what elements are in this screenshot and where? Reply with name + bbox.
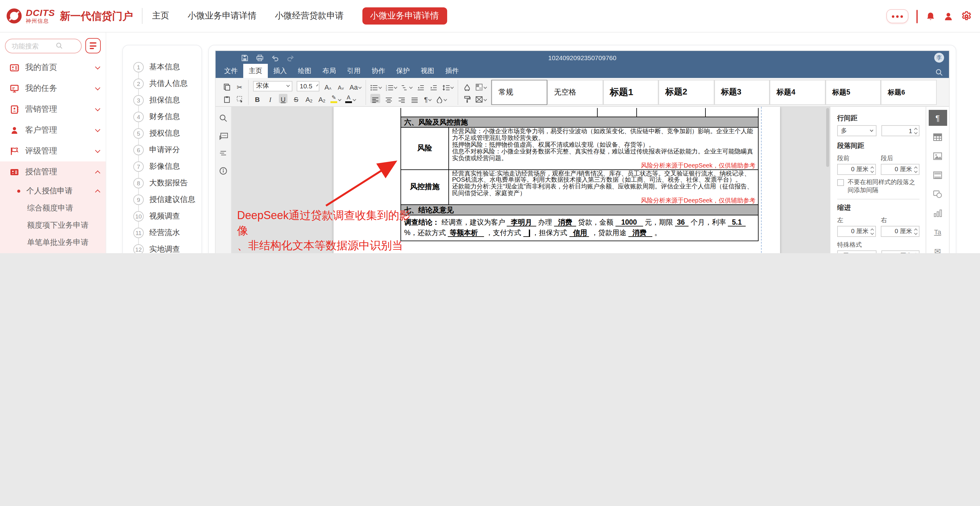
- special-amount-spinner[interactable]: 0 厘米: [881, 251, 920, 253]
- gear-icon[interactable]: [961, 11, 972, 22]
- headings-nav-icon[interactable]: [219, 151, 227, 157]
- function-search[interactable]: [5, 38, 82, 53]
- step-item[interactable]: 6 申请评分: [123, 142, 202, 158]
- editor-menu-tab[interactable]: 协作: [366, 64, 391, 78]
- justify-icon[interactable]: [410, 94, 419, 103]
- copy-icon[interactable]: [222, 81, 231, 90]
- style-chip[interactable]: 无空格: [547, 79, 603, 105]
- indent-right-spinner[interactable]: 0 厘米: [881, 226, 920, 237]
- comments-icon[interactable]: [219, 133, 228, 140]
- style-chip[interactable]: 标题5: [826, 79, 881, 105]
- sidebar-item-customer[interactable]: 客户管理: [0, 120, 106, 141]
- font-name-select[interactable]: 宋体: [253, 81, 293, 91]
- change-case-icon[interactable]: Aa: [350, 81, 361, 90]
- special-format-select[interactable]: (无): [837, 251, 877, 253]
- editor-menu-tab[interactable]: 插入: [268, 64, 293, 78]
- bullet-list-icon[interactable]: [371, 81, 382, 90]
- highlight-color-icon[interactable]: ✎: [331, 94, 341, 103]
- mail-merge-frame-icon[interactable]: [476, 94, 487, 103]
- style-chip[interactable]: 标题4: [770, 79, 826, 105]
- sidebar-subitem[interactable]: 小微经营贷款申请: [0, 251, 106, 253]
- editor-menu-tab[interactable]: 绘图: [293, 64, 317, 78]
- avatar[interactable]: 李: [934, 53, 944, 63]
- step-item[interactable]: 2 共借人信息: [123, 76, 202, 92]
- format-painter-icon[interactable]: [463, 94, 471, 103]
- page-color-icon[interactable]: [476, 81, 487, 90]
- cut-icon[interactable]: ✂: [235, 81, 244, 90]
- font-size-select[interactable]: 10.5: [297, 81, 320, 91]
- align-right-icon[interactable]: [398, 94, 406, 103]
- same-style-checkbox[interactable]: [837, 179, 844, 186]
- step-item[interactable]: 1 基本信息: [123, 59, 202, 76]
- step-item[interactable]: 9 授信建议信息: [123, 192, 202, 208]
- align-left-icon[interactable]: [371, 94, 380, 103]
- sidebar-item-credit-management[interactable]: 授信管理: [0, 162, 106, 182]
- step-item[interactable]: 8 大数据报告: [123, 175, 202, 192]
- subscript-icon[interactable]: A2: [318, 94, 326, 103]
- shading-icon[interactable]: [436, 94, 447, 103]
- step-item[interactable]: 10 视频调查: [123, 208, 202, 225]
- editor-menu-tab[interactable]: 主页: [243, 64, 268, 78]
- user-icon[interactable]: [943, 11, 953, 21]
- align-center-icon[interactable]: [385, 94, 393, 103]
- select-icon[interactable]: [235, 94, 244, 103]
- step-item[interactable]: 11 经营流水: [123, 225, 202, 241]
- nav-tab[interactable]: 小微业务申请详情: [188, 10, 256, 22]
- editor-menu-tab[interactable]: 保护: [391, 64, 415, 78]
- step-item[interactable]: 7 影像信息: [123, 158, 202, 175]
- paragraph-settings-tab[interactable]: ¶: [928, 110, 947, 126]
- italic-icon[interactable]: I: [266, 94, 275, 103]
- style-chip[interactable]: 标题2: [659, 79, 714, 105]
- editor-search-icon[interactable]: [935, 69, 943, 76]
- editor-menu-tab[interactable]: 文件: [219, 64, 243, 78]
- style-chip[interactable]: 标题6: [881, 79, 937, 105]
- grow-font-icon[interactable]: A˄: [324, 81, 332, 90]
- editor-menu-tab[interactable]: 引用: [342, 64, 366, 78]
- increase-indent-icon[interactable]: [430, 81, 438, 90]
- style-chip[interactable]: 标题1: [603, 79, 659, 105]
- step-item[interactable]: 5 授权信息: [123, 125, 202, 142]
- line-spacing-spinner[interactable]: 1: [881, 125, 920, 136]
- decrease-indent-icon[interactable]: [417, 81, 425, 90]
- editor-menu-tab[interactable]: 布局: [317, 64, 342, 78]
- step-item[interactable]: 12 实地调查: [123, 241, 202, 253]
- textart-settings-tab[interactable]: Ta: [928, 224, 947, 240]
- sidebar-subitem[interactable]: 单笔单批业务申请: [0, 234, 106, 251]
- sidebar-item-personal-credit[interactable]: 个人授信申请: [0, 182, 106, 200]
- find-icon[interactable]: [219, 114, 227, 122]
- nav-tab[interactable]: 主页: [152, 10, 169, 22]
- table-settings-tab[interactable]: [928, 129, 947, 145]
- document-canvas[interactable]: 六、风险及风控措施 风险 经营风险：小微企业市场竞争力弱，易受行业波动（如政策变…: [232, 107, 830, 253]
- sidebar-item-my-tasks[interactable]: 我的任务: [0, 78, 106, 99]
- conclusion-text[interactable]: 调查结论： 经调查，建议为客户 李明月 办理: [401, 216, 758, 241]
- step-item[interactable]: 3 担保信息: [123, 92, 202, 109]
- mail-merge-tab[interactable]: ✉: [928, 243, 947, 253]
- shape-settings-tab[interactable]: [928, 186, 947, 202]
- editor-menu-tab[interactable]: 插件: [440, 64, 465, 78]
- sidebar-subitem[interactable]: 综合额度申请: [0, 200, 106, 217]
- strikethrough-icon[interactable]: S: [292, 94, 301, 103]
- menu-collapse-icon[interactable]: [85, 38, 101, 53]
- image-settings-tab[interactable]: [928, 148, 947, 164]
- bell-icon[interactable]: [926, 11, 935, 21]
- superscript-icon[interactable]: A2: [305, 94, 313, 103]
- search-input[interactable]: [10, 41, 56, 50]
- nav-tab[interactable]: 小微业务申请详情: [362, 7, 447, 25]
- line-spacing-icon[interactable]: [442, 81, 453, 90]
- paste-icon[interactable]: [222, 94, 231, 103]
- bold-icon[interactable]: B: [253, 94, 262, 103]
- sidebar-item-rating[interactable]: 评级管理: [0, 141, 106, 162]
- editor-menu-tab[interactable]: 视图: [415, 64, 440, 78]
- style-chip[interactable]: 常规: [492, 79, 547, 105]
- sidebar-item-marketing[interactable]: 营销管理: [0, 99, 106, 120]
- line-spacing-select[interactable]: 多: [837, 125, 877, 136]
- paragraph-mark-icon[interactable]: ¶: [423, 94, 432, 103]
- step-item[interactable]: 4 财务信息: [123, 109, 202, 125]
- more-icon[interactable]: [886, 9, 908, 23]
- multilevel-list-icon[interactable]: [401, 81, 412, 90]
- spacing-after-spinner[interactable]: 0 厘米: [881, 164, 920, 175]
- about-icon[interactable]: [219, 167, 227, 175]
- redo-icon[interactable]: [287, 54, 294, 61]
- numbered-list-icon[interactable]: 123: [386, 81, 397, 90]
- chart-settings-tab[interactable]: [928, 205, 947, 221]
